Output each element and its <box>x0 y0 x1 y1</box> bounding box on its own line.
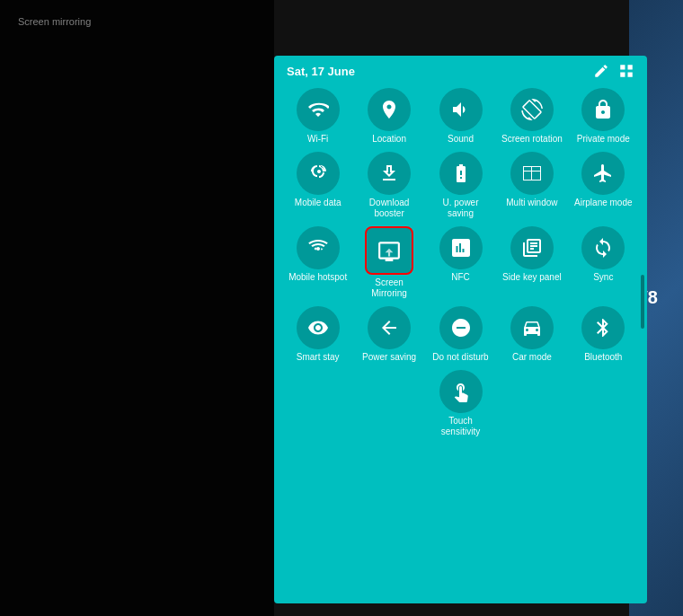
tile-private-mode[interactable]: Private mode <box>572 88 634 145</box>
tile-do-not-disturb-label: Do not disturb <box>432 352 488 363</box>
tile-power-saving-label: Power saving <box>362 352 416 363</box>
tile-multi-window-label: Multi window <box>506 198 557 208</box>
tile-location-label: Location <box>372 134 406 145</box>
phone-header: Sat, 17 June <box>274 56 647 84</box>
tile-sync[interactable]: Sync <box>572 226 634 299</box>
tile-do-not-disturb[interactable]: Do not disturb <box>430 306 492 363</box>
tile-mobile-data[interactable]: Mobile data <box>287 152 349 219</box>
tile-smart-stay-label: Smart stay <box>297 352 340 363</box>
left-overlay: Screen mirroring <box>0 0 274 616</box>
tile-airplane-mode[interactable]: Airplane mode <box>572 152 634 219</box>
tile-download-booster[interactable]: Download booster <box>358 152 420 219</box>
tile-car-mode-label: Car mode <box>512 352 552 363</box>
tile-multi-window[interactable]: Multi window <box>501 152 563 219</box>
scroll-bar <box>641 275 644 329</box>
edit-icon[interactable] <box>593 63 609 79</box>
tile-screen-mirroring[interactable]: Screen Mirroring <box>358 226 420 299</box>
tile-bluetooth-label: Bluetooth <box>584 352 622 363</box>
tile-touch-sensitivity-label: Touch sensitivity <box>429 416 493 437</box>
tile-mobile-data-label: Mobile data <box>295 198 342 208</box>
tile-wifi[interactable]: Wi-Fi <box>287 88 349 145</box>
tile-sync-label: Sync <box>593 272 613 283</box>
header-icons <box>593 63 634 79</box>
tile-nfc[interactable]: NFC <box>430 226 492 299</box>
screen-mirror-label: Screen mirroring <box>18 16 91 27</box>
tile-screen-mirroring-label: Screen Mirroring <box>358 277 420 299</box>
tile-touch-sensitivity[interactable]: Touch sensitivity <box>429 370 493 437</box>
tile-row-1: Wi-Fi Location Sound Scree <box>279 88 642 145</box>
tile-row-5: Touch sensitivity <box>279 370 642 437</box>
tile-side-key-panel[interactable]: Side key panel <box>501 226 563 299</box>
tile-download-booster-label: Download booster <box>358 198 420 219</box>
tile-screen-rotation[interactable]: Screen rotation <box>501 88 563 145</box>
tile-private-mode-label: Private mode <box>577 134 630 145</box>
tile-u-power-saving-label: U. power saving <box>430 198 492 219</box>
tile-mobile-hotspot[interactable]: Mobile hotspot <box>287 226 349 299</box>
tile-car-mode[interactable]: Car mode <box>501 306 563 363</box>
tile-wifi-label: Wi-Fi <box>307 134 328 145</box>
tile-sound[interactable]: Sound <box>430 88 492 145</box>
tile-u-power-saving[interactable]: U. power saving <box>430 152 492 219</box>
tile-location[interactable]: Location <box>358 88 420 145</box>
tile-mobile-hotspot-label: Mobile hotspot <box>288 272 347 283</box>
grid-icon[interactable] <box>618 63 634 79</box>
tile-power-saving[interactable]: Power saving <box>358 306 420 363</box>
tile-smart-stay[interactable]: Smart stay <box>287 306 349 363</box>
tile-side-key-panel-label: Side key panel <box>502 272 562 283</box>
tile-nfc-label: NFC <box>451 272 470 283</box>
tile-screen-rotation-label: Screen rotation <box>501 134 563 145</box>
tile-airplane-mode-label: Airplane mode <box>574 198 632 208</box>
tiles-grid: Wi-Fi Location Sound Scree <box>274 84 647 448</box>
tile-row-2: Mobile data Download booster U. power sa… <box>279 152 642 219</box>
tile-bluetooth[interactable]: Bluetooth <box>572 306 634 363</box>
date-display: Sat, 17 June <box>287 65 355 78</box>
tile-row-3: Mobile hotspot Screen Mirroring NFC <box>279 226 642 299</box>
phone-screen: Sat, 17 June Wi-Fi <box>274 56 647 603</box>
tile-sound-label: Sound <box>448 134 474 145</box>
tile-row-4: Smart stay Power saving Do not disturb <box>279 306 642 363</box>
